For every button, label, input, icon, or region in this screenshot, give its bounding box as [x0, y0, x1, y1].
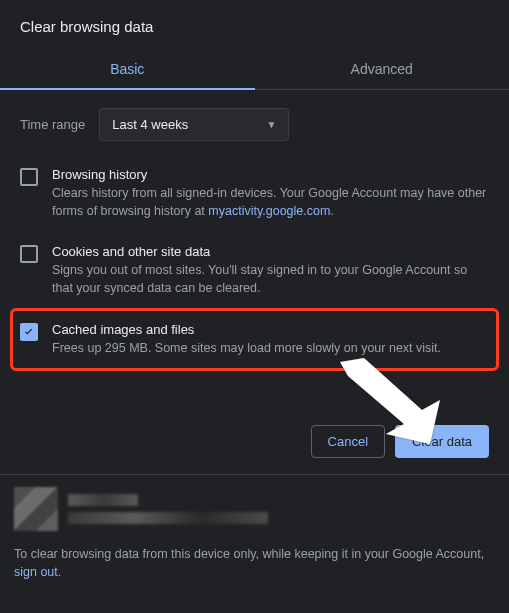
myactivity-link[interactable]: myactivity.google.com [208, 204, 330, 218]
account-text-redacted [68, 494, 268, 524]
footer-text: To clear browsing data from this device … [14, 545, 495, 583]
time-range-value: Last 4 weeks [112, 117, 188, 132]
option-text: Cookies and other site data Signs you ou… [52, 244, 489, 297]
time-range-label: Time range [20, 117, 85, 132]
option-text: Cached images and files Frees up 295 MB.… [52, 322, 489, 357]
below-dialog-area: To clear browsing data from this device … [0, 474, 509, 597]
clear-data-button[interactable]: Clear data [395, 425, 489, 458]
option-desc-post: . [330, 204, 333, 218]
chevron-down-icon: ▼ [266, 119, 276, 130]
option-cookies[interactable]: Cookies and other site data Signs you ou… [14, 232, 495, 309]
option-title: Cached images and files [52, 322, 489, 337]
option-desc: Clears history from all signed-in device… [52, 184, 489, 220]
checkbox-cached-images[interactable] [20, 323, 38, 341]
avatar-redacted [14, 487, 58, 531]
clear-browsing-data-dialog: Clear browsing data Basic Advanced Time … [0, 0, 509, 596]
time-range-row: Time range Last 4 weeks ▼ [0, 90, 509, 149]
sign-out-link[interactable]: sign out [14, 565, 58, 579]
option-title: Browsing history [52, 167, 489, 182]
option-cached-images[interactable]: Cached images and files Frees up 295 MB.… [12, 310, 497, 369]
checkbox-cookies[interactable] [20, 245, 38, 263]
dialog-title: Clear browsing data [0, 0, 509, 49]
option-desc: Frees up 295 MB. Some sites may load mor… [52, 339, 489, 357]
tab-advanced[interactable]: Advanced [255, 49, 510, 89]
option-browsing-history[interactable]: Browsing history Clears history from all… [14, 155, 495, 232]
cancel-button[interactable]: Cancel [311, 425, 385, 458]
option-title: Cookies and other site data [52, 244, 489, 259]
option-text: Browsing history Clears history from all… [52, 167, 489, 220]
account-row-redacted [14, 487, 495, 531]
dialog-actions: Cancel Clear data [0, 369, 509, 474]
footer-pre: To clear browsing data from this device … [14, 547, 484, 561]
options-list: Browsing history Clears history from all… [0, 149, 509, 369]
footer-post: . [58, 565, 61, 579]
time-range-select[interactable]: Last 4 weeks ▼ [99, 108, 289, 141]
option-desc: Signs you out of most sites. You'll stay… [52, 261, 489, 297]
tab-basic[interactable]: Basic [0, 49, 255, 89]
tabs: Basic Advanced [0, 49, 509, 90]
checkbox-browsing-history[interactable] [20, 168, 38, 186]
